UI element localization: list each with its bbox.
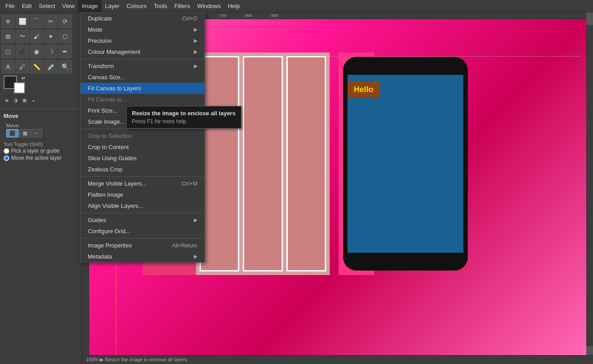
separator-5	[81, 238, 204, 239]
tool-rect-select[interactable]: ⬜	[16, 15, 29, 28]
menu-configure-grid-label: Configure Grid...	[88, 228, 130, 235]
move-btn-path[interactable]: ↔	[31, 129, 42, 138]
tool-crop[interactable]: ✂	[44, 15, 57, 28]
menu-filters[interactable]: Filters	[171, 0, 193, 12]
menu-edit[interactable]: Edit	[18, 0, 35, 12]
tool-align[interactable]: ⊞	[1, 30, 15, 43]
menu-align-visible[interactable]: Align Visible Layers...	[81, 200, 204, 211]
menu-precision-label: Precision	[88, 37, 111, 44]
tool-colorpick[interactable]: 💉	[44, 60, 57, 73]
tool-zoom[interactable]: 🔍	[58, 60, 72, 73]
menu-metadata[interactable]: Metadata ▶	[81, 251, 204, 262]
menu-scale-image-label: Scale Image...	[88, 118, 125, 125]
menu-slice-using-guides[interactable]: Slice Using Guides	[81, 153, 204, 164]
menu-tools[interactable]: Tools	[150, 0, 171, 12]
move-btn-selection[interactable]: ▦	[20, 129, 30, 138]
menu-merge-visible-label: Merge Visible Layers...	[88, 180, 147, 187]
image-dropdown-menu: Duplicate Ctrl+D Mode ▶ Precision ▶ Colo…	[80, 12, 205, 263]
menu-colour-management-arrow: ▶	[194, 49, 197, 55]
menu-duplicate-shortcut: Ctrl+D	[182, 16, 197, 22]
move-label: Move:	[6, 123, 76, 128]
channels-icon[interactable]: ⬥	[29, 96, 37, 104]
menu-colour-management[interactable]: Colour Management ▶	[81, 46, 204, 57]
menu-merge-visible[interactable]: Merge Visible Layers... Ctrl+M	[81, 178, 204, 189]
tool-fill[interactable]: ⬛	[16, 45, 29, 58]
menu-configure-grid[interactable]: Configure Grid...	[81, 226, 204, 237]
tool-eraser[interactable]: ◻	[1, 45, 15, 58]
menu-duplicate[interactable]: Duplicate Ctrl+D	[81, 13, 204, 24]
menubar: File Edit Select View Image Layer Colour…	[0, 0, 593, 12]
menu-zealous-crop-label: Zealous Crop	[88, 166, 123, 173]
tool-toggle-label: Tool Toggle (Shift)	[4, 142, 78, 147]
mode-icons: ◈ ◑ ▣ ⬥	[1, 95, 81, 105]
menu-image[interactable]: Image	[78, 0, 101, 12]
tool-measure[interactable]: 📏	[30, 60, 43, 73]
menu-select[interactable]: Select	[35, 0, 58, 12]
menu-transform-label: Transform	[88, 63, 114, 69]
menu-fit-canvas-to-label: Fit Canvas to...	[88, 96, 127, 103]
menu-flatten-image[interactable]: Flatten Image	[81, 189, 204, 200]
menu-metadata-label: Metadata	[88, 253, 112, 260]
tool-clone[interactable]: ⬡	[58, 30, 72, 43]
menu-canvas-size-label: Canvas Size...	[88, 74, 125, 81]
tool-free-select[interactable]: ⌒	[30, 15, 43, 28]
separator-3	[81, 176, 204, 177]
phone-mockup: Hello	[343, 57, 468, 271]
statusbar: 100% ▶ Resize the image to enclose all l…	[82, 355, 593, 364]
separator-2	[81, 129, 204, 129]
image-window-icon[interactable]: ▣	[20, 96, 29, 104]
menu-align-visible-label: Align Visible Layers...	[88, 202, 143, 209]
paint-mode-icon[interactable]: ◈	[3, 96, 11, 104]
menu-zealous-crop[interactable]: Zealous Crop	[81, 164, 204, 175]
tool-transform[interactable]: ⟳	[58, 15, 72, 28]
tool-text[interactable]: A	[1, 60, 15, 73]
tooltip-box: Resize the image to enclose all layers P…	[126, 106, 241, 129]
menu-view[interactable]: View	[59, 0, 78, 12]
menu-fit-canvas-to-layers[interactable]: Fit Canvas to Layers	[81, 83, 204, 94]
menu-fit-canvas-layers-label: Fit Canvas to Layers	[88, 85, 141, 92]
menu-duplicate-label: Duplicate	[88, 15, 112, 22]
tool-ink[interactable]: ✒	[58, 45, 72, 58]
window-pane-2	[243, 56, 282, 271]
tool-warp[interactable]: 〜	[16, 30, 29, 43]
tooltip-line2: Press F1 for more help	[132, 118, 236, 125]
menu-file[interactable]: File	[2, 0, 18, 12]
radio-move-active[interactable]: Move the active layer	[4, 155, 78, 161]
tooltip-line1: Resize the image to enclose all layers	[132, 110, 236, 117]
menu-mode-label: Mode	[88, 26, 102, 33]
tool-blur[interactable]: ◉	[30, 45, 43, 58]
move-options: Move: ⬛ ▦ ↔	[4, 121, 78, 141]
status-text: 100% ▶ Resize the image to enclose all l…	[86, 357, 187, 363]
tool-dodge[interactable]: ☽	[44, 45, 57, 58]
tool-heal[interactable]: ✦	[44, 30, 57, 43]
menu-image-properties-label: Image Properties	[88, 242, 132, 249]
menu-colours[interactable]: Colours	[123, 0, 150, 12]
radio-pick-layer[interactable]: Pick a layer or guide	[4, 148, 78, 154]
tool-options-panel: Move Move: ⬛ ▦ ↔ Tool Toggle (Shift) Pic…	[1, 109, 81, 166]
menu-transform[interactable]: Transform ▶	[81, 61, 204, 72]
menu-help[interactable]: Help	[224, 0, 243, 12]
menu-metadata-arrow: ▶	[194, 254, 197, 259]
tool-move[interactable]: ✛	[1, 15, 15, 28]
phone-hello-text: Hello	[348, 81, 380, 98]
menu-canvas-size[interactable]: Canvas Size...	[81, 72, 204, 83]
separator-1	[81, 59, 204, 59]
tool-paths[interactable]: 🖊	[16, 60, 29, 73]
menu-image-properties[interactable]: Image Properties Alt+Return	[81, 240, 204, 251]
menu-guides-arrow: ▶	[194, 217, 197, 223]
swap-colors-icon[interactable]: ⇄	[21, 76, 25, 81]
tool-paint[interactable]: 🖌	[30, 30, 43, 43]
menu-crop-to-content[interactable]: Crop to Content	[81, 142, 204, 153]
menu-guides[interactable]: Guides ▶	[81, 214, 204, 226]
menu-merge-visible-shortcut: Ctrl+M	[181, 181, 197, 187]
scrollbar-right[interactable]	[586, 25, 593, 346]
menu-windows[interactable]: Windows	[194, 0, 225, 12]
menu-precision[interactable]: Precision ▶	[81, 35, 204, 46]
window-frame	[196, 53, 330, 275]
move-btn-layer[interactable]: ⬛	[6, 129, 19, 138]
menu-layer[interactable]: Layer	[102, 0, 123, 12]
quick-mask-icon[interactable]: ◑	[12, 96, 20, 104]
menu-mode[interactable]: Mode ▶	[81, 24, 204, 35]
menu-print-size-label: Print Size...	[88, 107, 117, 114]
background-color[interactable]	[14, 82, 25, 93]
